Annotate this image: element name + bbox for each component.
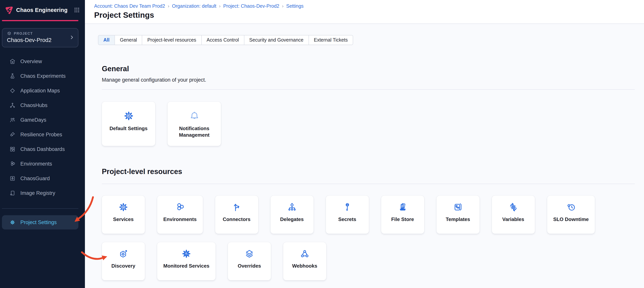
sidebar-item-label: Project Settings [20, 219, 57, 225]
tab-general[interactable]: General [115, 35, 142, 45]
card-label: Environments [163, 216, 196, 223]
sidebar-item-label: GameDays [20, 117, 46, 123]
content-area: All General Project-level resources Acce… [85, 24, 644, 288]
webhook-icon [299, 248, 310, 259]
gear-check-icon [181, 248, 192, 259]
breadcrumb: Account: Chaos Dev Team Prod2 › Organiza… [94, 4, 635, 9]
sidebar: Chaos Engineering PROJECT Chaos-Dev-Prod… [0, 0, 85, 288]
sidebar-item-image-registry[interactable]: Image Registry [0, 186, 85, 200]
app-root: Chaos Engineering PROJECT Chaos-Dev-Prod… [0, 0, 644, 288]
project-selector[interactable]: PROJECT Chaos-Dev-Prod2 [2, 28, 78, 47]
flask-icon [9, 73, 16, 79]
gear-icon [9, 219, 16, 225]
key-icon [342, 202, 352, 213]
breadcrumb-separator: › [168, 4, 169, 9]
gear-icon [118, 202, 129, 213]
file-stack-icon [397, 202, 408, 213]
card-default-settings[interactable]: Default Settings [102, 102, 155, 146]
card-templates[interactable]: Templates [436, 196, 479, 234]
tab-all[interactable]: All [98, 35, 115, 45]
card-label: Services [113, 216, 134, 223]
card-overrides[interactable]: Overrides [228, 242, 271, 280]
card-webhooks[interactable]: Webhooks [283, 242, 326, 280]
project-name: Chaos-Dev-Prod2 [7, 37, 74, 43]
card-label: Monitored Services [163, 263, 210, 269]
breadcrumb-organization-link[interactable]: Organization: default [172, 4, 216, 9]
project-eyebrow-label: PROJECT [14, 31, 33, 35]
layers-icon [244, 248, 255, 259]
card-label: Discovery [112, 263, 135, 269]
chaos-module-logo [4, 5, 13, 15]
sidebar-item-label: Application Maps [20, 88, 60, 94]
sidebar-nav: Overview Chaos Experiments Application M… [0, 54, 85, 200]
card-delegates[interactable]: Delegates [270, 196, 313, 234]
page-header: Account: Chaos Dev Team Prod2 › Organiza… [85, 0, 644, 24]
sidebar-item-label: Chaos Dashboards [20, 146, 65, 152]
resources-section-title: Project-level resources [102, 167, 635, 176]
brand-row: Chaos Engineering [0, 0, 85, 20]
general-section: General Manage general configuration of … [102, 64, 635, 146]
card-discovery[interactable]: Discovery [102, 242, 145, 280]
card-label: Notifications Management [173, 125, 216, 138]
tab-external-tickets[interactable]: External Tickets [309, 35, 352, 45]
sidebar-item-label: ChaosGuard [20, 176, 50, 181]
sidebar-item-application-maps[interactable]: Application Maps [0, 83, 85, 98]
chevron-right-icon [70, 35, 74, 41]
module-title: Chaos Engineering [16, 7, 71, 13]
dashboard-grid-icon [9, 146, 16, 153]
card-services[interactable]: Services [102, 196, 145, 234]
sidebar-item-project-settings[interactable]: Project Settings [2, 215, 78, 229]
general-section-title: General [102, 64, 635, 73]
card-file-store[interactable]: File Store [381, 196, 424, 234]
settings-filter-tabs: All General Project-level resources Acce… [98, 35, 353, 45]
card-label: Connectors [223, 216, 250, 223]
sidebar-item-label: Image Registry [20, 190, 55, 196]
sidebar-item-chaosguard[interactable]: ChaosGuard [0, 171, 85, 186]
card-secrets[interactable]: Secrets [326, 196, 369, 234]
app-launcher-grid-icon[interactable] [74, 7, 80, 13]
tab-access-control[interactable]: Access Control [202, 35, 244, 45]
sidebar-item-gamedays[interactable]: GameDays [0, 113, 85, 127]
module-accent-line [2, 20, 78, 21]
card-label: Variables [502, 216, 524, 223]
sidebar-item-chaos-experiments[interactable]: Chaos Experiments [0, 69, 85, 83]
breadcrumb-account-link[interactable]: Account: Chaos Dev Team Prod2 [94, 4, 165, 9]
page-gear-icon [9, 190, 16, 196]
sidebar-item-chaoshubs[interactable]: ChaosHubs [0, 98, 85, 113]
card-connectors[interactable]: Connectors [215, 196, 258, 234]
card-slo-downtime[interactable]: SLO Downtime [547, 196, 595, 234]
section-divider [102, 89, 635, 90]
sidebar-item-resilience-probes[interactable]: Resilience Probes [0, 127, 85, 142]
sidebar-divider [2, 208, 78, 209]
breadcrumb-separator: › [282, 4, 284, 9]
card-monitored-services[interactable]: Monitored Services [157, 242, 216, 280]
card-label: Default Settings [107, 125, 150, 132]
home-icon [9, 58, 16, 65]
main-area: Account: Chaos Dev Team Prod2 › Organiza… [85, 0, 644, 288]
sidebar-item-chaos-dashboards[interactable]: Chaos Dashboards [0, 142, 85, 157]
tab-project-level-resources[interactable]: Project-level resources [142, 35, 202, 45]
node-graph-icon [9, 102, 16, 109]
card-label: Webhooks [292, 263, 317, 269]
sidebar-item-label: Resilience Probes [20, 132, 62, 137]
card-label: Overrides [238, 263, 261, 269]
bell-icon [188, 110, 200, 122]
card-environments[interactable]: Environments [157, 196, 203, 234]
card-label: SLO Downtime [553, 216, 589, 223]
sidebar-item-overview[interactable]: Overview [0, 54, 85, 69]
card-label: Delegates [280, 216, 304, 223]
branch-arrows-icon [231, 202, 242, 213]
breadcrumb-settings-link[interactable]: Settings [286, 4, 304, 9]
section-divider [102, 184, 635, 184]
people-icon [9, 117, 16, 123]
general-section-description: Manage general configuration of your pro… [102, 77, 635, 83]
breadcrumb-project-link[interactable]: Project: Chaos-Dev-Prod2 [223, 4, 279, 9]
hexagon-gear-icon [118, 248, 129, 259]
card-notifications-management[interactable]: Notifications Management [168, 102, 221, 146]
target-icon [9, 87, 16, 94]
card-variables[interactable]: Variables [492, 196, 535, 234]
sidebar-item-label: Overview [20, 59, 42, 64]
tab-security-and-governance[interactable]: Security and Governance [244, 35, 309, 45]
lock-icon [9, 175, 16, 182]
sidebar-item-environments[interactable]: Environments [0, 157, 85, 171]
